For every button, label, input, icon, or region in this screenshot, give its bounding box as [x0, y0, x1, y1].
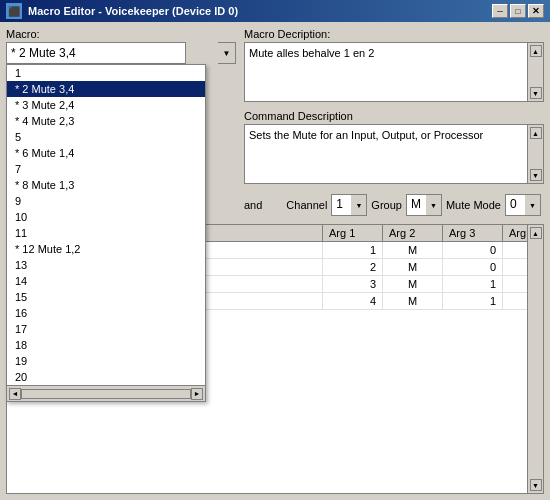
scroll-up-icon[interactable]: ▲	[530, 45, 542, 57]
command-description-label: Command Description	[244, 110, 544, 122]
col-arg3: Arg 3	[443, 225, 503, 241]
col-arg1: Arg 1	[323, 225, 383, 241]
window-title: Macro Editor - Voicekeeper (Device ID 0)	[28, 5, 238, 17]
dropdown-item-7[interactable]: 7	[7, 161, 205, 177]
group-label: Group	[371, 199, 402, 211]
table-scrollbar[interactable]: ▲ ▼	[527, 225, 543, 493]
table-scroll-down[interactable]: ▼	[530, 479, 542, 491]
dropdown-item-19[interactable]: 19	[7, 353, 205, 369]
dropdown-item-10[interactable]: 10	[7, 209, 205, 225]
dropdown-item-9[interactable]: 9	[7, 193, 205, 209]
macro-select[interactable]: * 2 Mute 3,4	[6, 42, 186, 64]
and-label: and	[244, 199, 262, 211]
col-arg2: Arg 2	[383, 225, 443, 241]
dropdown-item-6[interactable]: * 6 Mute 1,4	[7, 145, 205, 161]
dropdown-item-16[interactable]: 16	[7, 305, 205, 321]
scroll-left-icon[interactable]: ◄	[9, 388, 21, 400]
dropdown-item-14[interactable]: 14	[7, 273, 205, 289]
minimize-button[interactable]: ─	[492, 4, 508, 18]
macro-description-text: Mute alles behalve 1 en 2	[244, 42, 528, 102]
macro-dropdown[interactable]: 1 * 2 Mute 3,4 * 3 Mute 2,4 * 4 Mute 2,3…	[6, 64, 206, 402]
dropdown-item-5[interactable]: 5	[7, 129, 205, 145]
dropdown-item-2[interactable]: * 2 Mute 3,4	[7, 81, 205, 97]
macro-dropdown-arrow[interactable]: ▼	[218, 42, 236, 64]
mute-mode-label: Mute Mode	[446, 199, 501, 211]
app-icon: ⬛	[6, 3, 22, 19]
macro-description-label: Macro Decription:	[244, 28, 544, 40]
maximize-button[interactable]: □	[510, 4, 526, 18]
title-bar: ⬛ Macro Editor - Voicekeeper (Device ID …	[0, 0, 550, 22]
group-arrow[interactable]: ▼	[426, 194, 442, 216]
mute-mode-arrow[interactable]: ▼	[525, 194, 541, 216]
dropdown-item-20[interactable]: 20	[7, 369, 205, 385]
dropdown-item-11[interactable]: 11	[7, 225, 205, 241]
dropdown-item-15[interactable]: 15	[7, 289, 205, 305]
dropdown-item-17[interactable]: 17	[7, 321, 205, 337]
dropdown-item-18[interactable]: 18	[7, 337, 205, 353]
channel-arrow[interactable]: ▼	[351, 194, 367, 216]
cmd-scroll-down-icon[interactable]: ▼	[530, 169, 542, 181]
dropdown-item-8[interactable]: * 8 Mute 1,3	[7, 177, 205, 193]
cmd-scroll-up-icon[interactable]: ▲	[530, 127, 542, 139]
dropdown-item-1[interactable]: 1	[7, 65, 205, 81]
macro-label: Macro:	[6, 28, 236, 40]
table-scroll-up[interactable]: ▲	[530, 227, 542, 239]
close-button[interactable]: ✕	[528, 4, 544, 18]
scroll-down-icon[interactable]: ▼	[530, 87, 542, 99]
dropdown-item-4[interactable]: * 4 Mute 2,3	[7, 113, 205, 129]
scroll-right-icon[interactable]: ►	[191, 388, 203, 400]
command-description-text: Sets the Mute for an Input, Output, or P…	[244, 124, 528, 184]
dropdown-item-13[interactable]: 13	[7, 257, 205, 273]
channel-label: Channel	[286, 199, 327, 211]
dropdown-item-12[interactable]: * 12 Mute 1,2	[7, 241, 205, 257]
dropdown-item-3[interactable]: * 3 Mute 2,4	[7, 97, 205, 113]
